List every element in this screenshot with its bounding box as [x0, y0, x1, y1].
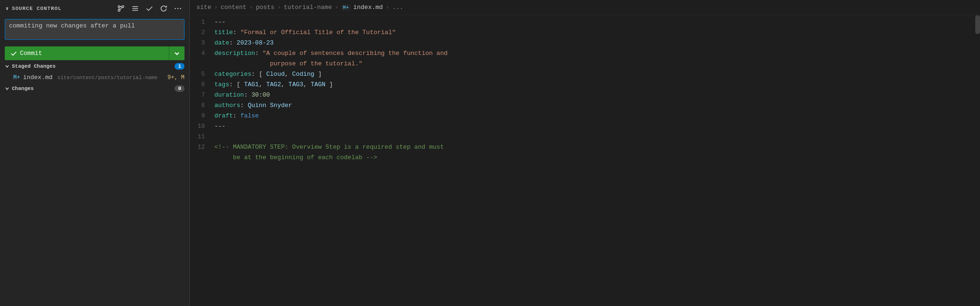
code-line-10: 10 --- [190, 121, 980, 132]
commit-input-area: commiting new changes after a pull [0, 17, 189, 45]
staged-changes-badge: 1 [175, 63, 185, 70]
line-number-11: 11 [190, 132, 214, 142]
commit-check-icon [10, 50, 17, 57]
line-number-12: 12 [190, 142, 214, 153]
line-content-2: title: "Formal or Official Title of the … [214, 27, 980, 38]
commit-button-row: Commit [5, 46, 185, 60]
code-line-12b: be at the beginning of each codelab --> [190, 153, 980, 163]
svg-point-1 [122, 6, 124, 8]
breadcrumb-sep-5: › [386, 4, 389, 11]
staged-changes-section-header[interactable]: Staged Changes 1 [0, 60, 189, 72]
code-line-7: 7 duration: 30:00 [190, 90, 980, 100]
commit-all-button[interactable] [144, 4, 155, 13]
line-number-10: 10 [190, 121, 214, 132]
code-line-2: 2 title: "Formal or Official Title of th… [190, 27, 980, 38]
svg-rect-7 [132, 8, 138, 9]
refresh-button[interactable] [158, 4, 169, 13]
checkmark-icon [146, 5, 153, 12]
views-and-more-button[interactable] [129, 4, 141, 13]
line-number-9: 9 [190, 111, 214, 121]
ellipsis-icon [174, 5, 182, 12]
commit-dropdown-button[interactable] [169, 46, 185, 60]
changes-label: Changes [12, 86, 34, 91]
line-content-7: duration: 30:00 [214, 90, 980, 100]
line-content-4: description: "A couple of sentences desc… [214, 48, 980, 59]
breadcrumb-posts[interactable]: posts [256, 4, 274, 11]
sidebar-header: ∨ SOURCE CONTROL [0, 0, 189, 17]
line-content-1: --- [214, 17, 980, 27]
scrollbar-thumb[interactable] [975, 15, 980, 34]
source-control-sidebar: ∨ SOURCE CONTROL [0, 0, 190, 306]
file-type-icon: M+ [13, 74, 20, 81]
svg-line-5 [120, 8, 122, 10]
file-status-label: 9+, M [167, 74, 185, 81]
more-actions-button[interactable] [172, 4, 184, 13]
staged-changes-label: Staged Changes [12, 63, 55, 69]
line-content-4b: purpose of the tutorial." [214, 59, 980, 69]
svg-point-2 [118, 9, 120, 11]
breadcrumb-ellipsis[interactable]: ... [392, 4, 403, 11]
sidebar-title: ∨ SOURCE CONTROL [6, 6, 62, 11]
breadcrumb-sep-2: › [250, 4, 253, 11]
code-line-1: 1 --- [190, 17, 980, 27]
changes-label-row: Changes [5, 86, 34, 91]
code-line-3: 3 date: 2023-08-23 [190, 38, 980, 48]
code-line-9: 9 draft: false [190, 111, 980, 121]
line-content-8: authors: Quinn Snyder [214, 100, 980, 111]
sidebar-title-text: SOURCE CONTROL [12, 6, 62, 11]
line-number-7: 7 [190, 90, 214, 100]
changes-section-header[interactable]: Changes 0 [0, 82, 189, 95]
code-line-12: 12 <!-- MANDATORY STEP: Overview Step is… [190, 142, 980, 153]
changes-badge: 0 [175, 85, 185, 92]
breadcrumb-filename[interactable]: index.md [353, 4, 383, 11]
breadcrumb-site[interactable]: site [196, 4, 211, 11]
line-number-1: 1 [190, 17, 214, 27]
editor-area: site › content › posts › tutorial-name ›… [190, 0, 980, 306]
code-editor[interactable]: 1 --- 2 title: "Formal or Official Title… [190, 15, 980, 306]
code-line-4b: purpose of the tutorial." [190, 59, 980, 69]
svg-point-11 [180, 8, 181, 9]
line-content-9: draft: false [214, 111, 980, 121]
code-line-4: 4 description: "A couple of sentences de… [190, 48, 980, 59]
commit-dropdown-chevron [174, 51, 180, 56]
file-item-left: M+ index.md site/content/posts/tutorial-… [13, 74, 157, 81]
line-number-4: 4 [190, 48, 214, 59]
commit-message-input[interactable]: commiting new changes after a pull [5, 19, 185, 40]
svg-point-9 [175, 8, 176, 9]
breadcrumb-content[interactable]: content [221, 4, 247, 11]
code-line-6: 6 tags: [ TAG1, TAG2, TAG3, TAGN ] [190, 80, 980, 90]
scrollbar-track[interactable] [975, 15, 980, 306]
staged-changes-label-row: Staged Changes [5, 63, 55, 69]
commit-button-label: Commit [20, 50, 42, 57]
line-number-2: 2 [190, 27, 214, 38]
list-icon [131, 5, 139, 12]
svg-point-10 [177, 8, 178, 9]
git-graph-button[interactable] [115, 4, 127, 13]
changes-chevron-icon [5, 86, 9, 91]
line-content-5: categories: [ Cloud, Coding ] [214, 69, 980, 80]
breadcrumb-file-icon: M+ [342, 4, 351, 11]
breadcrumb: site › content › posts › tutorial-name ›… [190, 0, 980, 15]
line-content-12b: be at the beginning of each codelab --> [214, 153, 980, 163]
svg-point-0 [118, 6, 120, 8]
line-number-6: 6 [190, 80, 214, 90]
git-graph-icon [117, 5, 125, 12]
line-content-10: --- [214, 121, 980, 132]
file-path-label: site/content/posts/tutorial-name [57, 75, 157, 81]
breadcrumb-sep-1: › [214, 4, 218, 11]
breadcrumb-tutorial-name[interactable]: tutorial-name [284, 4, 332, 11]
file-name-label: index.md [23, 74, 52, 81]
refresh-icon [160, 5, 167, 12]
breadcrumb-sep-3: › [277, 4, 281, 11]
code-line-5: 5 categories: [ Cloud, Coding ] [190, 69, 980, 80]
code-line-11: 11 [190, 132, 980, 142]
line-number-5: 5 [190, 69, 214, 80]
staged-file-item[interactable]: M+ index.md site/content/posts/tutorial-… [0, 72, 189, 82]
commit-button[interactable]: Commit [5, 46, 169, 60]
line-number-3: 3 [190, 38, 214, 48]
line-content-3: date: 2023-08-23 [214, 38, 980, 48]
code-line-8: 8 authors: Quinn Snyder [190, 100, 980, 111]
line-content-6: tags: [ TAG1, TAG2, TAG3, TAGN ] [214, 80, 980, 90]
sidebar-collapse-icon[interactable]: ∨ [6, 6, 9, 11]
line-number-8: 8 [190, 100, 214, 111]
